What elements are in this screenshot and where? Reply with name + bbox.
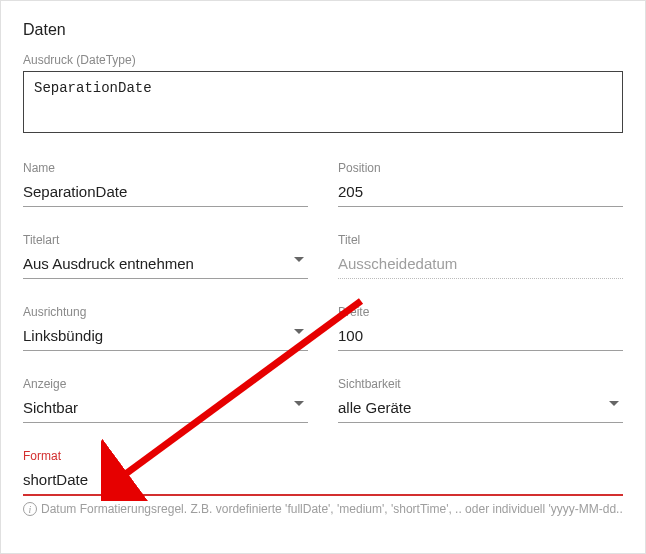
data-panel: Daten Ausdruck (DateType) Name Position … bbox=[0, 0, 646, 554]
ausrichtung-select[interactable]: Linksbündig bbox=[23, 323, 308, 351]
titleart-value: Aus Ausdruck entnehmen bbox=[23, 251, 308, 279]
titleart-label: Titelart bbox=[23, 233, 308, 247]
position-input[interactable] bbox=[338, 179, 623, 207]
format-helper: i Datum Formatierungsregel. Z.B. vordefi… bbox=[23, 502, 623, 516]
ausrichtung-label: Ausrichtung bbox=[23, 305, 308, 319]
format-group: Format i Datum Formatierungsregel. Z.B. … bbox=[23, 449, 623, 516]
chevron-down-icon bbox=[294, 329, 304, 334]
titleart-select[interactable]: Aus Ausdruck entnehmen bbox=[23, 251, 308, 279]
format-label: Format bbox=[23, 449, 623, 463]
sichtbarkeit-label: Sichtbarkeit bbox=[338, 377, 623, 391]
titel-input bbox=[338, 251, 623, 279]
sichtbarkeit-value: alle Geräte bbox=[338, 395, 623, 423]
anzeige-select[interactable]: Sichtbar bbox=[23, 395, 308, 423]
format-input[interactable] bbox=[23, 467, 623, 496]
format-helper-text: Datum Formatierungsregel. Z.B. vordefini… bbox=[41, 502, 623, 516]
expression-group: Ausdruck (DateType) bbox=[23, 53, 623, 137]
breite-input[interactable] bbox=[338, 323, 623, 351]
info-icon: i bbox=[23, 502, 37, 516]
chevron-down-icon bbox=[294, 257, 304, 262]
sichtbarkeit-select[interactable]: alle Geräte bbox=[338, 395, 623, 423]
position-label: Position bbox=[338, 161, 623, 175]
ausrichtung-value: Linksbündig bbox=[23, 323, 308, 351]
chevron-down-icon bbox=[609, 401, 619, 406]
breite-label: Breite bbox=[338, 305, 623, 319]
titel-label: Titel bbox=[338, 233, 623, 247]
expression-input[interactable] bbox=[23, 71, 623, 133]
anzeige-label: Anzeige bbox=[23, 377, 308, 391]
section-title: Daten bbox=[23, 21, 623, 39]
name-input[interactable] bbox=[23, 179, 308, 207]
anzeige-value: Sichtbar bbox=[23, 395, 308, 423]
name-label: Name bbox=[23, 161, 308, 175]
chevron-down-icon bbox=[294, 401, 304, 406]
expression-label: Ausdruck (DateType) bbox=[23, 53, 623, 67]
